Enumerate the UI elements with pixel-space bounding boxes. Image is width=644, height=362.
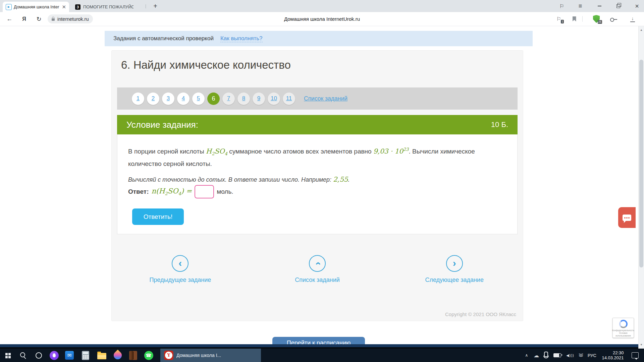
condition-points: 10 Б. bbox=[491, 120, 508, 129]
prev-task-button[interactable]: ‹ Предыдущее задание bbox=[112, 255, 249, 284]
recaptcha-logo-icon bbox=[619, 320, 628, 328]
znanija-favicon-icon: З bbox=[75, 4, 80, 10]
password-manager-button[interactable] bbox=[608, 12, 620, 26]
windows-logo-icon bbox=[5, 353, 8, 355]
notification-bubble-icon bbox=[632, 352, 639, 358]
battery-tray-button[interactable] bbox=[552, 349, 565, 362]
task-page-3[interactable]: 3 bbox=[162, 93, 174, 105]
protect-button[interactable]: 25 bbox=[590, 12, 602, 26]
clock[interactable]: 22:3014.03.2021 bbox=[599, 349, 626, 362]
alice-icon bbox=[50, 351, 59, 360]
task-page-4[interactable]: 4 bbox=[177, 93, 190, 105]
tab-inactive[interactable]: З ПОМОГИТЕ ПОЖАЛУЙСТ bbox=[72, 2, 142, 12]
formula-h2so4: H2SO4 bbox=[206, 147, 227, 155]
page-title: Домашняя школа InternetUrok.ru bbox=[134, 12, 510, 26]
next-task-button[interactable]: › Следующее задание bbox=[386, 255, 523, 284]
chevron-right-circle-icon: › bbox=[446, 255, 463, 272]
mail-app-button[interactable]: ✉ bbox=[62, 349, 77, 362]
collections-button[interactable]: ⚐ 1 bbox=[553, 12, 565, 26]
task-text: В порции серной кислоты H2SO4 суммарное … bbox=[128, 144, 507, 169]
file-explorer-button[interactable] bbox=[94, 349, 109, 362]
refresh-button[interactable]: ↻ bbox=[32, 12, 46, 26]
tab-close-icon[interactable]: ✕ bbox=[62, 4, 66, 9]
task-page-7[interactable]: 7 bbox=[222, 93, 235, 105]
footer-band bbox=[0, 344, 644, 347]
url-text: interneturok.ru bbox=[57, 16, 89, 22]
minimize-button[interactable] bbox=[591, 0, 608, 12]
close-window-button[interactable]: × bbox=[629, 0, 644, 12]
active-app-yandex-browser[interactable]: Y Домашняя школа I... bbox=[160, 349, 261, 362]
calculator-app-button[interactable] bbox=[78, 349, 93, 362]
folder-icon bbox=[97, 353, 106, 359]
yandex-button[interactable]: Я bbox=[17, 12, 31, 26]
browser-menu-button[interactable]: ≡ bbox=[572, 0, 589, 12]
calculator-icon bbox=[82, 351, 89, 360]
alice-app-button[interactable] bbox=[46, 349, 62, 362]
onedrive-cloud-icon[interactable]: ☁ bbox=[531, 349, 541, 362]
answer-input[interactable] bbox=[195, 185, 214, 198]
key-icon bbox=[610, 16, 618, 22]
bookmark-icon bbox=[573, 16, 576, 21]
search-button[interactable] bbox=[15, 349, 31, 362]
recaptcha-terms: Условия использования bbox=[615, 332, 631, 337]
paint3d-app-button[interactable] bbox=[110, 349, 125, 362]
tray-date: 14.03.2021 bbox=[602, 355, 624, 360]
hint-example-value: 2,55 bbox=[333, 175, 348, 183]
banner-text: Задания с автоматической проверкой bbox=[113, 35, 214, 42]
task-page-1[interactable]: 1 bbox=[132, 93, 144, 105]
chat-widget-button[interactable] bbox=[618, 207, 636, 228]
browser-tab-bar: ▶ Домашняя школа Inter ✕ З ПОМОГИТЕ ПОЖА… bbox=[0, 0, 644, 12]
yandex-browser-icon: Y bbox=[164, 351, 173, 360]
back-button[interactable]: ← bbox=[3, 12, 16, 26]
whatsapp-button[interactable]: ☎ bbox=[141, 349, 156, 362]
task-page-10[interactable]: 10 bbox=[268, 93, 280, 105]
sidebar-panel-button[interactable]: ⚐ bbox=[553, 0, 570, 12]
wifi-tray-button[interactable]: ((( bbox=[574, 351, 587, 360]
bookmark-button[interactable] bbox=[568, 12, 580, 26]
task-page-11[interactable]: 11 bbox=[283, 93, 295, 105]
task-page-9[interactable]: 9 bbox=[253, 93, 265, 105]
task-page-8[interactable]: 8 bbox=[237, 93, 250, 105]
scrollbar[interactable]: ▲ ▼ bbox=[638, 26, 644, 349]
tab-active[interactable]: ▶ Домашняя школа Inter ✕ bbox=[3, 2, 69, 12]
task-page-6-active[interactable]: 6 bbox=[207, 93, 220, 105]
battery-icon bbox=[553, 353, 561, 357]
copyright-text: Copyright © 2021 ООО ЯКласс bbox=[445, 311, 516, 317]
auto-check-banner: Задания с автоматической проверкой Как в… bbox=[105, 31, 533, 46]
lock-icon bbox=[52, 18, 55, 21]
tray-time: 22:30 bbox=[613, 350, 624, 355]
tab-title: ПОМОГИТЕ ПОЖАЛУЙСТ bbox=[83, 4, 133, 9]
new-tab-button[interactable]: + bbox=[150, 0, 160, 12]
scroll-down-icon[interactable]: ▼ bbox=[639, 343, 644, 346]
address-bar: ← Я ↻ interneturok.ru Домашняя школа Int… bbox=[0, 12, 644, 26]
microphone-icon bbox=[544, 352, 548, 357]
restore-button[interactable] bbox=[610, 0, 627, 12]
tray-expand-icon[interactable]: ∧ bbox=[522, 349, 531, 362]
downloads-button[interactable]: ↓ bbox=[627, 12, 639, 26]
scrollbar-thumb[interactable] bbox=[639, 60, 643, 267]
task-pagination: 1 2 3 4 5 6 7 8 9 10 11 Список заданий bbox=[117, 87, 518, 110]
recaptcha-privacy: Конфиденциальность bbox=[612, 329, 634, 331]
task-page-2[interactable]: 2 bbox=[147, 93, 159, 105]
microphone-tray-button[interactable] bbox=[541, 349, 552, 362]
action-center-button[interactable] bbox=[630, 349, 644, 362]
answer-formula: n(H2SO4) = bbox=[151, 187, 192, 196]
tab-title: Домашняя школа Inter bbox=[14, 4, 60, 9]
start-button[interactable] bbox=[0, 349, 15, 362]
url-field[interactable]: interneturok.ru bbox=[48, 14, 93, 23]
toolbar-separator bbox=[582, 16, 583, 22]
task-page-5[interactable]: 5 bbox=[192, 93, 205, 105]
scroll-up-icon[interactable]: ▲ bbox=[639, 28, 644, 32]
task-list-link[interactable]: Список заданий bbox=[304, 95, 347, 102]
book-app-button[interactable] bbox=[125, 349, 141, 362]
collections-badge: 1 bbox=[561, 20, 564, 23]
recaptcha-badge[interactable]: КонфиденциальностьУсловия использования bbox=[612, 318, 634, 338]
task-list-button[interactable]: › Список заданий bbox=[249, 255, 386, 284]
submit-answer-button[interactable]: Ответить! bbox=[132, 208, 184, 225]
windows-taskbar: ✉ ☎ Y Домашняя школа I... ∧ ☁ ◀))) ((( Р… bbox=[0, 349, 644, 362]
color-drop-icon bbox=[112, 350, 123, 361]
hamburger-icon: ≡ bbox=[579, 3, 582, 10]
how-to-link[interactable]: Как выполнять? bbox=[220, 35, 263, 42]
close-icon: × bbox=[635, 3, 639, 9]
cortana-button[interactable] bbox=[31, 349, 46, 362]
